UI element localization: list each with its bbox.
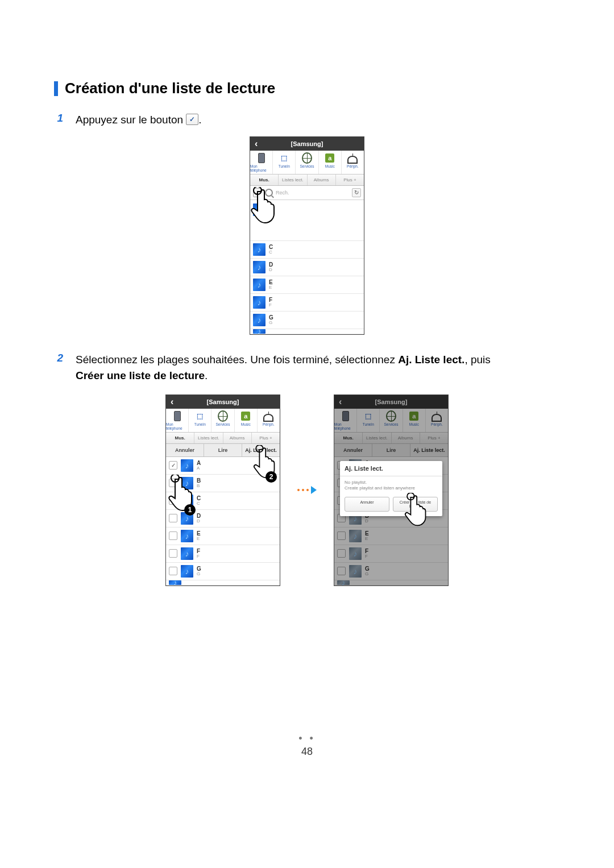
track-row[interactable]: ✓AA <box>166 457 280 475</box>
modal-line1: No playlist. <box>345 480 438 485</box>
source-services[interactable]: Services <box>296 151 318 174</box>
track-row[interactable]: AA <box>250 200 364 241</box>
track-row[interactable]: EE <box>166 528 280 545</box>
source-label: Music <box>325 164 335 168</box>
track-row[interactable]: DD <box>166 510 280 528</box>
btn-annuler[interactable]: Annuler <box>166 444 204 456</box>
album-art-icon <box>253 261 265 273</box>
track-row-partial <box>166 580 280 585</box>
source-music[interactable]: aMusic <box>319 151 342 174</box>
modal-btn-create[interactable]: Créer une liste de lecture <box>393 497 438 512</box>
track-checkbox[interactable] <box>169 567 177 575</box>
source-mon-telephone[interactable]: Mon téléphone <box>250 151 273 174</box>
step-number: 1 <box>54 112 63 124</box>
globe-icon <box>302 153 312 163</box>
track-subtitle: C <box>269 250 273 255</box>
track-title: G <box>269 315 273 321</box>
phone-title-text: [Samsung] <box>291 140 323 147</box>
tab-listes[interactable]: Listes lect. <box>194 433 223 443</box>
album-art-icon <box>253 279 265 291</box>
source-tunein[interactable]: ⬚TuneIn <box>273 151 296 174</box>
source-label: Services <box>300 164 314 168</box>
tab-plus[interactable]: Plus + <box>336 175 364 185</box>
btn-lire[interactable]: Lire <box>204 444 242 456</box>
allshare-icon <box>347 153 358 163</box>
step-2: 2 Sélectionnez les plages souhaitées. Un… <box>54 352 560 384</box>
track-list: ✓AA BB CC DD EE FF GG <box>166 457 280 585</box>
btn-aj-liste-lect[interactable]: Aj. Liste lect. <box>242 444 280 456</box>
step-1-after: . <box>198 114 201 126</box>
phone-screenshot-2: ‹ [Samsung] Mon téléphone ⬚TuneIn Servic… <box>165 394 280 586</box>
back-icon[interactable]: ‹ <box>255 139 258 149</box>
track-checkbox[interactable] <box>169 514 177 522</box>
track-row[interactable]: FF <box>166 545 280 563</box>
track-row[interactable]: CC <box>166 492 280 510</box>
search-input[interactable]: Rech. <box>276 190 349 196</box>
track-row[interactable]: GG <box>166 563 280 580</box>
phone-titlebar: ‹ [Samsung] <box>166 395 280 409</box>
tab-plus[interactable]: Plus + <box>252 433 280 443</box>
album-art-icon <box>181 477 193 489</box>
modal-body: No playlist. Create playlist and listen … <box>340 476 442 494</box>
tunein-icon: ⬚ <box>279 153 289 163</box>
album-art-icon <box>181 530 193 542</box>
source-mon-telephone[interactable]: Mon téléphone <box>166 409 189 432</box>
track-row[interactable]: DD <box>250 259 364 276</box>
track-title: E <box>269 280 273 285</box>
back-icon[interactable]: ‹ <box>171 397 173 407</box>
track-checkbox[interactable] <box>169 479 177 487</box>
refresh-icon[interactable]: ↻ <box>352 188 361 197</box>
modal-btn-cancel[interactable]: Annuler <box>345 497 389 512</box>
track-title: C <box>269 244 273 250</box>
source-periph[interactable]: Périph. <box>342 151 364 174</box>
track-subtitle: A <box>269 209 273 214</box>
heading-text: Création d'une liste de lecture <box>65 80 275 97</box>
track-checkbox[interactable] <box>169 496 177 505</box>
select-all-checkbox[interactable]: ✓ <box>253 188 262 197</box>
track-subtitle: E <box>269 285 273 290</box>
source-periph[interactable]: Périph. <box>258 409 280 432</box>
album-art-icon <box>253 243 265 256</box>
track-subtitle: E <box>197 537 201 541</box>
step-1: 1 Appuyez sur le bouton . <box>54 112 560 128</box>
track-subtitle: C <box>197 501 201 506</box>
track-row[interactable]: EE <box>250 276 364 294</box>
track-subtitle: F <box>269 303 272 308</box>
track-row[interactable]: CC <box>250 241 364 259</box>
track-title: F <box>269 297 272 303</box>
phone-icon <box>172 411 182 421</box>
track-subtitle: B <box>197 484 201 488</box>
track-subtitle: G <box>197 572 201 576</box>
tab-albums[interactable]: Albums <box>223 433 252 443</box>
track-checkbox[interactable] <box>169 531 177 540</box>
tab-mus[interactable]: Mus. <box>250 175 279 185</box>
modal-line2: Create playlist and listen anywhere <box>345 485 438 491</box>
step-2-text: Sélectionnez les plages souhaitées. Une … <box>76 352 491 384</box>
track-row[interactable]: FF <box>250 294 364 312</box>
track-checkbox[interactable]: ✓ <box>169 461 177 470</box>
tab-albums[interactable]: Albums <box>308 175 336 185</box>
source-tunein[interactable]: ⬚TuneIn <box>189 409 211 432</box>
source-music[interactable]: aMusic <box>235 409 258 432</box>
tab-listes[interactable]: Listes lect. <box>279 175 307 185</box>
tab-mus[interactable]: Mus. <box>166 433 194 443</box>
source-label: Périph. <box>347 164 359 168</box>
track-row[interactable]: BB <box>166 475 280 492</box>
track-title: D <box>269 262 273 268</box>
flow-arrow-icon <box>297 486 317 494</box>
source-label: Mon téléphone <box>250 164 272 172</box>
source-services[interactable]: Services <box>211 409 234 432</box>
track-checkbox[interactable] <box>169 549 177 558</box>
album-art-icon <box>181 512 193 525</box>
track-row-partial <box>250 329 364 334</box>
album-art-icon <box>169 580 181 585</box>
track-subtitle: D <box>197 519 201 524</box>
track-row[interactable]: GG <box>250 312 364 329</box>
source-row: Mon téléphone ⬚TuneIn Services aMusic Pé… <box>166 409 280 433</box>
search-row: ✓ Rech. ↻ <box>250 186 364 200</box>
globe-icon <box>218 411 228 421</box>
album-art-icon <box>253 203 265 216</box>
add-playlist-modal: Aj. Liste lect. No playlist. Create play… <box>340 461 442 517</box>
t2c: . <box>205 369 208 381</box>
source-label: Mon téléphone <box>166 422 188 430</box>
